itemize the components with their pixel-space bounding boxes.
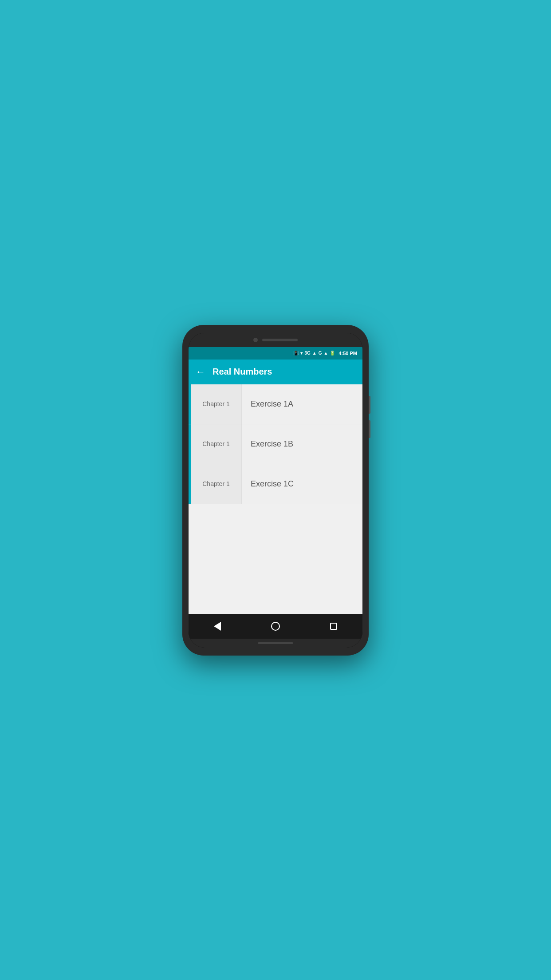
exercise-content-1: Exercise 1A [242, 384, 362, 424]
chapter-label-2: Chapter 1 [191, 424, 242, 464]
g-label: G [319, 351, 322, 356]
front-camera [253, 338, 258, 342]
signal2-icon: ▲ [324, 351, 328, 356]
exercise-content-3: Exercise 1C [242, 464, 362, 504]
chapter-label-3: Chapter 1 [191, 464, 242, 504]
battery-icon: 🔋 [330, 351, 335, 356]
power-button [369, 420, 370, 438]
list-item[interactable]: Chapter 1 Exercise 1A [189, 384, 362, 424]
chapter-label-1: Chapter 1 [191, 384, 242, 424]
back-button[interactable]: ← [196, 366, 205, 378]
status-time: 4:50 PM [338, 351, 357, 356]
nav-home-button[interactable] [262, 618, 289, 634]
phone-top-hardware [189, 333, 362, 347]
nav-back-button[interactable] [205, 618, 230, 634]
volume-button [369, 396, 370, 414]
list-item[interactable]: Chapter 1 Exercise 1B [189, 424, 362, 464]
status-icons: 📳 ▾ 3G ▲ G ▲ 🔋 [293, 351, 335, 356]
app-title: Real Numbers [213, 367, 272, 377]
signal-icon: ▲ [312, 351, 317, 356]
recents-nav-icon [330, 623, 337, 630]
navigation-bar [189, 614, 362, 639]
wifi-icon: ▾ [300, 351, 303, 356]
vibrate-icon: 📳 [293, 351, 299, 356]
home-nav-icon [271, 622, 280, 631]
list-item[interactable]: Chapter 1 Exercise 1C [189, 464, 362, 504]
phone-device: 📳 ▾ 3G ▲ G ▲ 🔋 4:50 PM ← Real Numbers [182, 325, 369, 656]
bottom-bar-indicator [258, 642, 293, 644]
content-area: Chapter 1 Exercise 1A Chapter 1 Exercise… [189, 384, 362, 614]
back-nav-icon [214, 622, 221, 631]
nav-recents-button[interactable] [321, 619, 346, 633]
screen-content: 📳 ▾ 3G ▲ G ▲ 🔋 4:50 PM ← Real Numbers [189, 347, 362, 639]
phone-bottom-hardware [189, 639, 362, 648]
earpiece-speaker [262, 339, 298, 341]
3g-label: 3G [304, 351, 310, 356]
exercise-content-2: Exercise 1B [242, 424, 362, 464]
app-bar: ← Real Numbers [189, 360, 362, 384]
status-bar: 📳 ▾ 3G ▲ G ▲ 🔋 4:50 PM [189, 347, 362, 360]
phone-screen: 📳 ▾ 3G ▲ G ▲ 🔋 4:50 PM ← Real Numbers [189, 333, 362, 648]
